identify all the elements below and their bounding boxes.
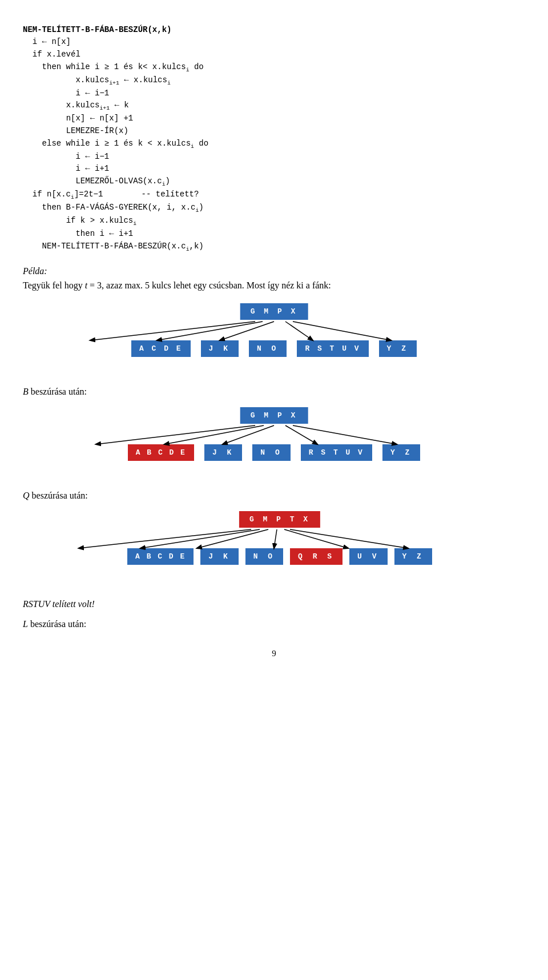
l-insertion-label: L beszúrása után: [23, 617, 525, 632]
algo-line-4: x.kulcsi+1 ← x.kulcsi [23, 75, 171, 85]
tree1-arrows [29, 303, 519, 377]
algo-line-9: else while i ≥ 1 és k < x.kulcsi do [23, 139, 208, 148]
example-description: Tegyük fel hogy t = 3, azaz max. 5 kulcs… [23, 280, 331, 290]
tree3-arrows [23, 511, 537, 585]
svg-line-4 [293, 322, 391, 340]
algorithm-block: NEM-TELÍTETT-B-FÁBA-BESZÚR(x,k) i ← n[x]… [23, 11, 525, 254]
tree2-arrows [29, 407, 519, 481]
svg-line-13 [274, 529, 277, 548]
pelda-label: Példa: [23, 266, 47, 276]
algo-line-8: LEMEZRE-ÍR(x) [23, 126, 128, 135]
algo-line-12: LEMEZRŐL-OLVAS(x.ci) [23, 176, 170, 186]
tree-3-section: G M P T X A B C D E J K N O Q R S U V Y … [23, 511, 525, 585]
algo-line-14: then B-FA-VÁGÁS-GYEREK(x, i, x.ci) [23, 203, 204, 212]
svg-line-14 [284, 529, 348, 548]
algo-line-6: x.kulcsi+1 ← k [23, 101, 129, 110]
svg-line-8 [285, 425, 317, 444]
svg-line-9 [293, 425, 397, 444]
algo-line-16: then i ← i+1 [23, 229, 133, 238]
page-number: 9 [23, 649, 525, 658]
algo-line-3: then while i ≥ 1 és k< x.kulcsi do [23, 62, 204, 71]
rstuv-note: RSTUV telített volt! [23, 597, 525, 612]
svg-line-15 [290, 529, 408, 548]
b-insertion-label: B beszúrása után: [23, 387, 525, 397]
example-intro: Példa: Tegyük fel hogy t = 3, azaz max. … [23, 264, 525, 293]
svg-line-10 [79, 529, 251, 548]
algo-line-7: n[x] ← n[x] +1 [23, 114, 133, 123]
tree-1-section: G M P X A C D E J K N O R S T U V Y Z [23, 303, 525, 377]
algo-line-5: i ← i−1 [23, 89, 109, 98]
algo-line-10: i ← i−1 [23, 152, 109, 161]
algo-line-2: if x.levél [23, 50, 80, 59]
algo-line-13: if n[x.ci]=2t−1 -- telített? [23, 190, 199, 199]
q-insertion-label: Q beszúrása után: [23, 491, 525, 501]
algo-line-header: NEM-TELÍTETT-B-FÁBA-BESZÚR(x,k) [23, 25, 171, 34]
tree-2-section: G M P X A B C D E J K N O R S T U V Y Z [23, 407, 525, 481]
svg-line-11 [140, 529, 260, 548]
svg-line-12 [197, 529, 268, 548]
algo-line-1: i ← n[x] [23, 37, 71, 46]
algo-line-11: i ← i+1 [23, 164, 109, 173]
algo-line-15: if k > x.kulcsi [23, 216, 136, 225]
algo-line-17: NEM-TELÍTETT-B-FÁBA-BESZÚR(x.ci,k) [23, 242, 204, 251]
tree-1-container: G M P X A C D E J K N O R S T U V Y Z [29, 303, 519, 377]
